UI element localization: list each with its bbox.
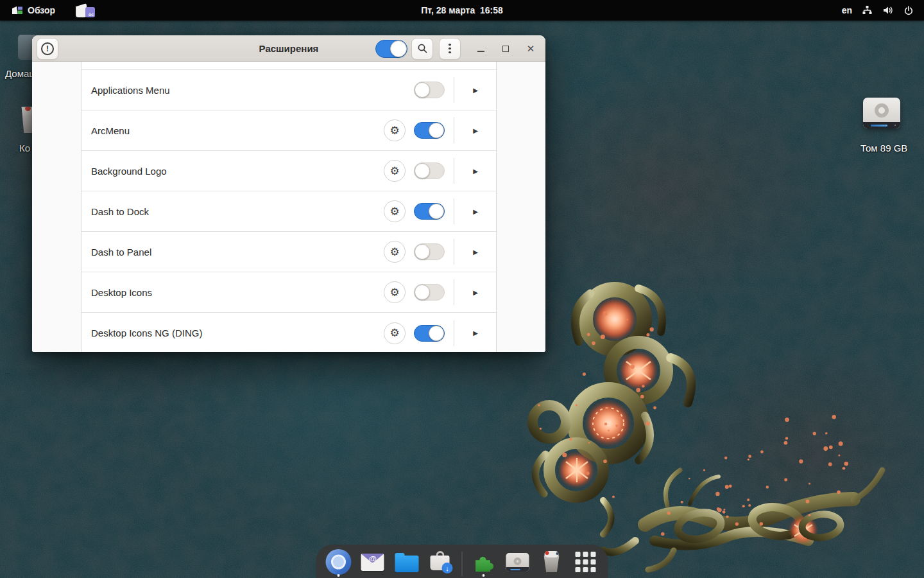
extension-name: Dash to Panel — [91, 247, 384, 258]
extension-settings-button[interactable]: ⚙ — [384, 160, 406, 182]
clock[interactable]: Пт, 28 марта 16:58 — [421, 5, 503, 15]
extension-expand-button[interactable]: ▶ — [468, 326, 483, 341]
wallpaper-sculpture — [507, 249, 892, 576]
dock-item-software[interactable]: ↓ — [428, 549, 454, 578]
menu-button[interactable] — [439, 38, 461, 60]
updates-alert-button[interactable]: ! — [37, 38, 58, 60]
app-indicator-icon[interactable]: oc — [76, 2, 95, 19]
gear-icon: ⚙ — [389, 206, 399, 217]
close-icon: ✕ — [527, 44, 535, 53]
top-bar: Обзор oc Пт, 28 марта 16:58 en — [0, 0, 924, 21]
power-icon[interactable] — [903, 5, 914, 15]
extension-expand-button[interactable]: ▶ — [468, 163, 483, 179]
extension-toggle[interactable] — [414, 325, 445, 342]
activities-button[interactable]: Обзор — [0, 0, 64, 21]
extension-row: Applications Menu▶ — [81, 70, 496, 110]
global-extensions-toggle[interactable] — [375, 40, 407, 58]
chromium-icon — [326, 549, 352, 575]
extension-toggle[interactable] — [414, 284, 445, 301]
extension-expand-button[interactable]: ▶ — [468, 123, 483, 138]
extension-settings-button[interactable]: ⚙ — [384, 200, 406, 222]
mail-icon: @ — [360, 549, 386, 575]
extension-name: ArcMenu — [91, 125, 384, 136]
extension-toggle[interactable] — [414, 122, 445, 139]
row-divider — [454, 118, 454, 143]
extension-toggle[interactable] — [414, 162, 445, 179]
volume-drive-label[interactable]: Том 89 GB — [860, 143, 907, 153]
trash-desktop-label[interactable]: Ко — [19, 143, 30, 153]
dock: @ ↓ — [316, 545, 608, 578]
search-button[interactable] — [411, 38, 433, 60]
row-divider — [454, 158, 454, 184]
extension-row: Desktop Icons⚙▶ — [81, 272, 496, 313]
dock-divider — [462, 552, 463, 576]
extensions-icon — [471, 549, 497, 575]
chevron-right-icon: ▶ — [473, 127, 478, 134]
chevron-right-icon: ▶ — [473, 168, 478, 175]
minimize-button[interactable] — [473, 41, 488, 57]
gear-icon: ⚙ — [389, 166, 399, 177]
row-divider — [454, 279, 454, 305]
extension-name: Desktop Icons — [91, 287, 384, 298]
row-divider — [454, 77, 454, 103]
extension-settings-button[interactable]: ⚙ — [384, 241, 406, 263]
dock-item-disks[interactable] — [505, 549, 531, 578]
extension-expand-button[interactable]: ▶ — [468, 204, 483, 219]
exclamation-circle-icon: ! — [41, 42, 54, 55]
gear-icon: ⚙ — [389, 247, 399, 258]
dock-item-trash[interactable] — [539, 549, 565, 578]
running-indicator — [338, 574, 340, 577]
running-indicator — [483, 574, 485, 577]
chevron-right-icon: ▶ — [473, 329, 478, 337]
extension-expand-button[interactable]: ▶ — [468, 82, 483, 98]
extension-name: Desktop Icons NG (DING) — [91, 328, 384, 338]
row-divider — [454, 320, 454, 346]
row-divider — [454, 198, 454, 224]
chevron-right-icon: ▶ — [473, 249, 478, 256]
gear-icon: ⚙ — [389, 125, 399, 136]
dock-item-mail[interactable]: @ — [360, 549, 386, 578]
close-button[interactable]: ✕ — [523, 41, 538, 57]
window-body: Applications Menu▶ArcMenu⚙▶Background Lo… — [32, 62, 545, 352]
extension-settings-button[interactable]: ⚙ — [384, 322, 406, 344]
extension-name: Background Logo — [91, 166, 384, 177]
files-icon — [394, 549, 420, 575]
dock-item-app-grid[interactable] — [573, 549, 599, 578]
extension-settings-button[interactable]: ⚙ — [384, 119, 406, 141]
gear-icon: ⚙ — [389, 328, 399, 338]
extension-expand-button[interactable]: ▶ — [468, 244, 483, 259]
extension-row: Dash to Panel⚙▶ — [81, 232, 496, 272]
extension-settings-button[interactable]: ⚙ — [384, 281, 406, 303]
extension-expand-button[interactable]: ▶ — [468, 285, 483, 300]
volume-icon[interactable] — [882, 5, 894, 15]
software-icon: ↓ — [428, 549, 454, 575]
extension-row: Background Logo⚙▶ — [81, 151, 496, 191]
chevron-right-icon: ▶ — [473, 208, 478, 215]
extension-toggle[interactable] — [414, 243, 445, 260]
chevron-right-icon: ▶ — [473, 87, 478, 94]
chevron-right-icon: ▶ — [473, 289, 478, 296]
volume-drive-icon[interactable] — [863, 98, 900, 128]
kebab-menu-icon — [449, 44, 451, 54]
headerbar: Расширения ! ✕ — [32, 35, 545, 62]
extensions-list: Applications Menu▶ArcMenu⚙▶Background Lo… — [81, 62, 497, 352]
maximize-button[interactable] — [498, 41, 513, 57]
minimize-icon — [477, 51, 484, 52]
search-icon — [417, 43, 428, 54]
row-divider — [454, 239, 454, 265]
activities-label: Обзор — [28, 5, 55, 15]
partial-row — [81, 62, 496, 70]
extension-toggle[interactable] — [414, 203, 445, 220]
disks-icon — [505, 549, 531, 575]
gear-icon: ⚙ — [389, 287, 399, 298]
dock-item-extensions[interactable] — [471, 549, 497, 578]
extension-row: Desktop Icons NG (DING)⚙▶ — [81, 313, 496, 352]
dock-item-chromium[interactable] — [326, 549, 352, 578]
network-wired-icon[interactable] — [862, 5, 873, 15]
extension-toggle[interactable] — [414, 82, 445, 98]
extensions-window: Расширения ! ✕ — [32, 35, 545, 352]
maximize-icon — [502, 46, 509, 52]
dock-item-files[interactable] — [394, 549, 420, 578]
extension-name: Dash to Dock — [91, 206, 384, 217]
keyboard-layout-indicator[interactable]: en — [842, 5, 852, 15]
